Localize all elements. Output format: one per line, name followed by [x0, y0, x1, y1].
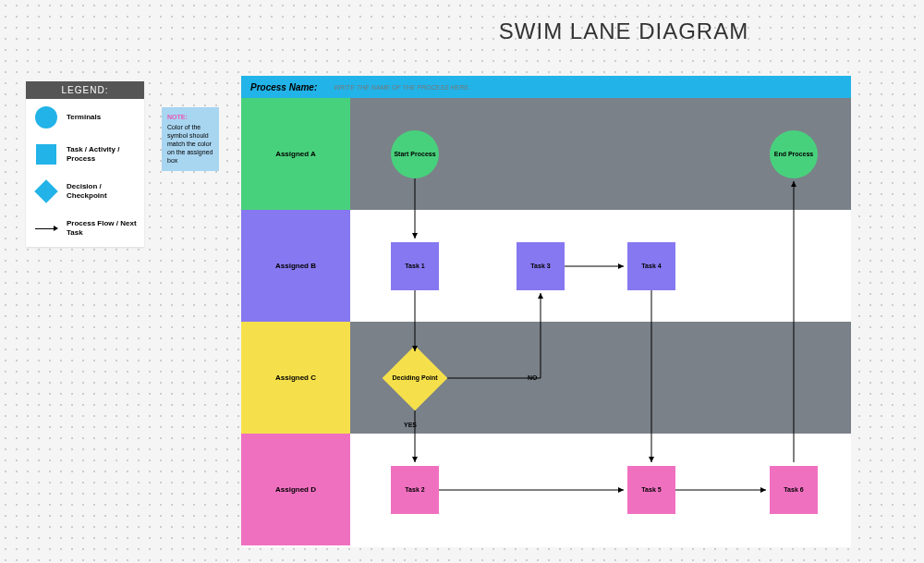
process-name-bar: Process Name: WRITE THE NAME OF THE PROC… [241, 76, 851, 98]
node-decide[interactable]: Deciding Point [383, 346, 447, 410]
page-title: SWIM LANE DIAGRAM [411, 18, 836, 44]
note-panel: NOTE: Color of the symbol should match t… [162, 107, 219, 171]
lane-body-b: Task 1 Task 3 Task 4 [350, 210, 851, 322]
node-task3[interactable]: Task 3 [517, 242, 565, 290]
node-task5[interactable]: Task 5 [627, 466, 675, 514]
square-icon [33, 141, 59, 167]
lane-head-d: Assigned D [241, 434, 350, 545]
node-end[interactable]: End Process [770, 130, 818, 178]
legend-row-terminals: Terminals [26, 99, 144, 136]
legend-label-flow: Process Flow / Next Task [67, 219, 137, 237]
note-body: Color of the symbol should match the col… [167, 123, 213, 165]
lane-body-a: Start Process End Process [350, 98, 851, 210]
legend-label-decision: Decision / Checkpoint [67, 182, 137, 200]
swimlane-diagram: Process Name: WRITE THE NAME OF THE PROC… [241, 76, 851, 547]
label-no: NO [528, 374, 538, 381]
arrow-icon [33, 215, 59, 241]
node-decide-label: Deciding Point [393, 374, 438, 382]
label-yes: YES [404, 422, 417, 428]
node-start[interactable]: Start Process [391, 130, 439, 178]
legend-panel: LEGEND: Terminals Task / Activity / Proc… [26, 81, 144, 247]
note-title: NOTE: [167, 113, 213, 121]
diamond-icon [33, 178, 59, 204]
lane-head-b: Assigned B [241, 210, 350, 322]
process-name-hint[interactable]: WRITE THE NAME OF THE PROCESS HERE. [334, 84, 470, 91]
lanes-container: Assigned A Start Process End Process Ass… [241, 98, 851, 545]
circle-icon [33, 104, 59, 130]
node-task1[interactable]: Task 1 [391, 242, 439, 290]
lane-body-c: Deciding Point NO YES [350, 322, 851, 434]
node-task6[interactable]: Task 6 [770, 466, 818, 514]
legend-label-task: Task / Activity / Process [67, 145, 137, 163]
lane-b: Assigned B Task 1 Task 3 Task 4 [241, 210, 851, 322]
lane-c: Assigned C Deciding Point NO YES [241, 322, 851, 434]
process-name-label: Process Name: [250, 82, 317, 92]
legend-row-flow: Process Flow / Next Task [26, 210, 144, 247]
lane-d: Assigned D Task 2 Task 5 Task 6 [241, 434, 851, 545]
legend-row-decision: Decision / Checkpoint [26, 173, 144, 210]
lane-a: Assigned A Start Process End Process [241, 98, 851, 210]
legend-label-terminals: Terminals [67, 113, 101, 122]
lane-head-c: Assigned C [241, 322, 350, 434]
legend-heading: LEGEND: [26, 81, 144, 99]
lane-head-a: Assigned A [241, 98, 350, 210]
legend-row-task: Task / Activity / Process [26, 136, 144, 173]
node-task4[interactable]: Task 4 [627, 242, 675, 290]
node-task2[interactable]: Task 2 [391, 466, 439, 514]
lane-body-d: Task 2 Task 5 Task 6 [350, 434, 851, 545]
